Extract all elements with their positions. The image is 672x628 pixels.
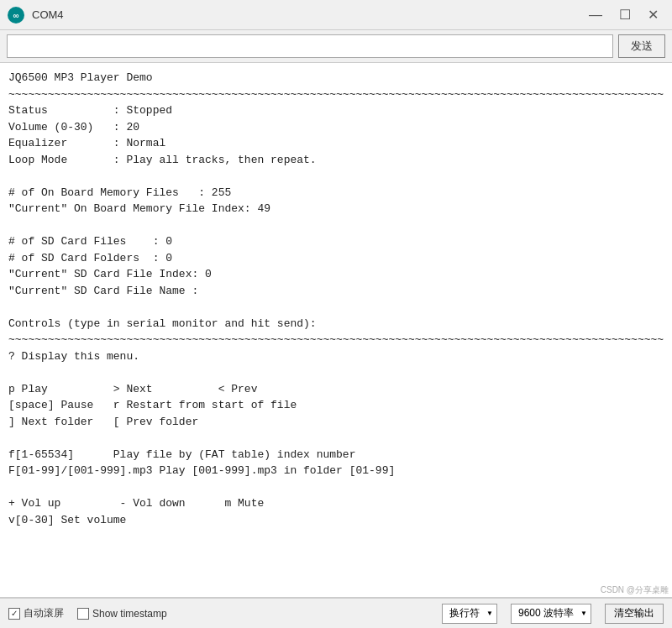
maximize-button[interactable]: ☐ <box>612 7 638 24</box>
autoscroll-item: 自动滚屏 <box>8 606 64 620</box>
title-bar: ∞ COM4 — ☐ ✕ <box>0 0 672 30</box>
title-bar-left: ∞ COM4 <box>7 6 64 24</box>
input-bar: 发送 <box>0 30 672 63</box>
console-output: JQ6500 MP3 Player Demo ~~~~~~~~~~~~~~~~~… <box>8 70 664 528</box>
minimize-button[interactable]: — <box>582 7 609 24</box>
window-title: COM4 <box>32 8 64 21</box>
clear-button[interactable]: 清空输出 <box>605 604 664 624</box>
timestamp-label: Show timestamp <box>92 608 167 620</box>
watermark: CSDN @分享桌雕 <box>601 584 669 596</box>
close-button[interactable]: ✕ <box>641 7 665 24</box>
status-bar: 自动滚屏 Show timestamp 换行符 9600 波特率 清空输出 <box>0 598 672 628</box>
send-button[interactable]: 发送 <box>618 34 665 58</box>
console-wrapper: JQ6500 MP3 Player Demo ~~~~~~~~~~~~~~~~~… <box>0 63 672 598</box>
autoscroll-label: 自动滚屏 <box>24 606 64 620</box>
console-area[interactable]: JQ6500 MP3 Player Demo ~~~~~~~~~~~~~~~~~… <box>0 63 672 598</box>
timestamp-item: Show timestamp <box>77 608 167 620</box>
arduino-icon: ∞ <box>7 6 25 24</box>
title-bar-controls: — ☐ ✕ <box>582 7 665 24</box>
baud-dropdown[interactable]: 9600 波特率 <box>511 604 591 624</box>
autoscroll-checkbox[interactable] <box>8 608 20 620</box>
linefeed-dropdown[interactable]: 换行符 <box>442 604 497 624</box>
serial-input[interactable] <box>7 34 613 58</box>
timestamp-checkbox[interactable] <box>77 608 89 620</box>
svg-text:∞: ∞ <box>13 11 18 20</box>
